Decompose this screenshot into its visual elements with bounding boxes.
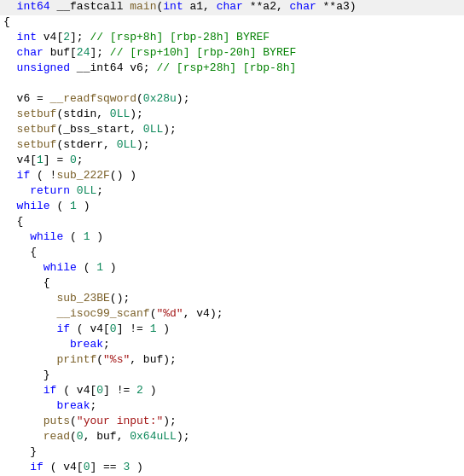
token: if — [17, 169, 31, 182]
code-line: { — [0, 15, 464, 31]
code-line: while ( 1 ) — [0, 200, 464, 215]
token: while — [17, 200, 50, 212]
token: return — [30, 184, 70, 197]
token: // [rsp+28h] [rbp-8h] — [156, 61, 296, 74]
code-line — [0, 77, 464, 92]
token: ); — [130, 107, 143, 120]
token — [3, 230, 30, 243]
token: buf[ — [44, 46, 77, 59]
code-line: v4[1] = 0; — [0, 154, 464, 169]
token: ( — [136, 92, 143, 105]
token: ] == — [90, 461, 123, 473]
code-line: if ( !sub_222F() ) — [0, 169, 464, 184]
token: , buf, — [84, 430, 130, 443]
token: (stderr, — [56, 138, 116, 151]
token: (stdin, — [56, 107, 109, 120]
token: setbuf — [17, 138, 57, 151]
token: } — [3, 445, 37, 458]
token: { — [3, 246, 37, 258]
token: **a2, — [243, 0, 290, 13]
token: 0 — [70, 154, 77, 166]
code-line: break; — [0, 338, 464, 353]
token: 0 — [77, 430, 84, 443]
token — [70, 184, 77, 197]
token — [3, 200, 17, 212]
token: sub_222F — [56, 169, 109, 182]
token — [3, 138, 17, 151]
token: () ) — [110, 169, 136, 182]
token: ); — [163, 123, 177, 136]
token: ; — [96, 184, 103, 197]
token: ( — [150, 307, 157, 320]
token: int — [163, 0, 183, 13]
token: ]; — [70, 31, 90, 44]
token — [3, 415, 44, 427]
code-line: v6 = __readfsqword(0x28u); — [0, 92, 464, 107]
token: { — [3, 276, 50, 289]
code-line: sub_23BE(); — [0, 292, 464, 307]
code-line: if ( v4[0] == 3 ) — [0, 461, 464, 476]
token: 0 — [84, 461, 90, 473]
token: ] != — [117, 322, 150, 335]
token: setbuf — [17, 107, 57, 120]
code-line: { — [0, 246, 464, 261]
token: 2 — [63, 31, 70, 44]
token: "your input:" — [77, 415, 163, 427]
token: 0x64uLL — [130, 430, 177, 443]
token: ( — [70, 430, 77, 443]
token: break — [70, 338, 103, 351]
token: char — [217, 0, 243, 13]
token: , v4); — [183, 307, 223, 320]
token: ; — [103, 338, 110, 351]
token: **a3) — [316, 0, 357, 13]
token: unsigned — [17, 61, 70, 74]
token — [3, 430, 44, 443]
token: char — [290, 0, 316, 13]
token: 1 — [84, 230, 90, 243]
token: 0LL — [143, 123, 163, 136]
token — [3, 353, 56, 366]
code-line: int64 __fastcall main(int a1, char **a2,… — [0, 0, 464, 15]
token — [3, 399, 56, 412]
token: break — [56, 399, 90, 412]
token — [3, 169, 17, 182]
token: ) — [156, 322, 170, 335]
code-line: char buf[24]; // [rsp+10h] [rbp-20h] BYR… — [0, 46, 464, 61]
token: 1 — [37, 154, 44, 166]
token: ( — [156, 0, 163, 13]
code-line: while ( 1 ) — [0, 261, 464, 276]
token — [3, 338, 70, 351]
token: ] != — [103, 384, 136, 397]
token: (_bss_start, — [56, 123, 142, 136]
token — [3, 384, 44, 397]
token: if — [56, 322, 70, 335]
token — [3, 307, 56, 320]
token: main — [130, 0, 156, 13]
token: v6 = — [3, 92, 50, 105]
token: int64 — [17, 0, 50, 13]
token: , buf); — [130, 353, 177, 366]
token: ( v4[ — [56, 384, 96, 397]
code-line: if ( v4[0] != 2 ) — [0, 384, 464, 399]
token: 1 — [96, 261, 103, 274]
token: 1 — [70, 200, 77, 212]
token — [3, 261, 44, 274]
token: ) — [90, 230, 103, 243]
token: "%d" — [156, 307, 183, 320]
token: ( v4[ — [44, 461, 84, 473]
token: __isoc99_scanf — [56, 307, 149, 320]
token: ]; — [90, 46, 109, 59]
code-line: break; — [0, 399, 464, 415]
token: ( — [77, 261, 96, 274]
token — [3, 31, 17, 44]
code-line: int v4[2]; // [rsp+8h] [rbp-28h] BYREF — [0, 31, 464, 46]
token: ; — [90, 399, 96, 412]
token: sub_23BE — [56, 292, 109, 305]
token: 1 — [150, 322, 157, 335]
token: 0x28u — [143, 92, 177, 105]
token: puts — [44, 415, 70, 427]
code-line: setbuf(_bss_start, 0LL); — [0, 123, 464, 138]
token: char — [17, 46, 44, 59]
token: // [rsp+8h] [rbp-28h] BYREF — [90, 31, 270, 44]
token: ) — [103, 261, 117, 274]
